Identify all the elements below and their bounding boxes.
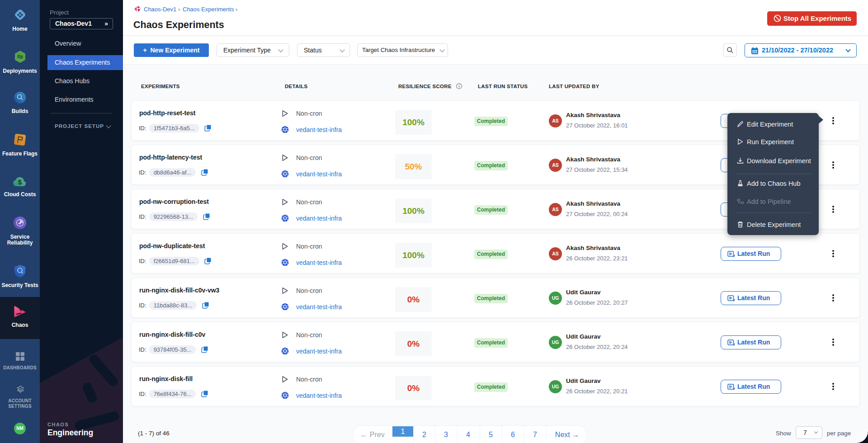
svg-text:$: $ [18, 178, 22, 186]
